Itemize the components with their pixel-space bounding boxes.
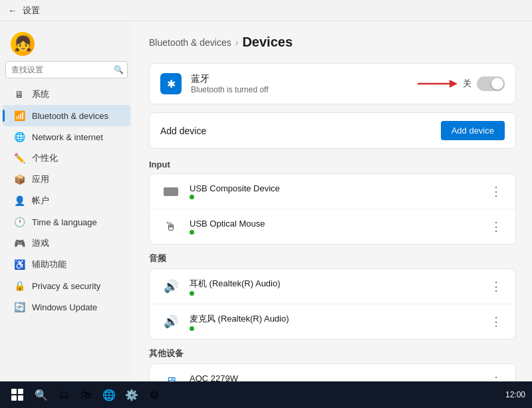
device-more-button[interactable]: ⋮ (487, 373, 505, 381)
sidebar-item-personalization[interactable]: ✏️个性化 (3, 148, 130, 169)
device-more-button[interactable]: ⋮ (487, 183, 505, 200)
start-button[interactable] (7, 384, 28, 405)
device-name: USB Composite Device (190, 183, 479, 193)
sidebar-icon-update: 🔄 (13, 301, 25, 313)
taskbar-settings-icon[interactable]: ⚙ (145, 385, 164, 404)
device-icon: 🖥 (160, 371, 182, 381)
sidebar-item-apps[interactable]: 📦应用 (3, 169, 130, 190)
sidebar-item-bluetooth[interactable]: 📶Bluetooth & devices (3, 105, 130, 126)
device-icon: 🔊 (160, 311, 182, 332)
device-item: 🔊麦克风 (Realtek(R) Audio)⋮ (150, 304, 515, 339)
bluetooth-arrow-indicator: 关 (418, 76, 505, 91)
device-more-button[interactable]: ⋮ (487, 218, 505, 235)
bluetooth-name: 蓝牙 (191, 73, 408, 85)
sidebar-label-system: 系统 (32, 88, 49, 100)
device-more-button[interactable]: ⋮ (487, 278, 505, 295)
taskbar-chrome-icon[interactable]: ⚙️ (122, 385, 141, 404)
bluetooth-icon: ✱ (160, 73, 182, 94)
search-icon: 🔍 (114, 65, 124, 74)
search-box: 🔍 (5, 61, 128, 78)
sidebar-item-gaming[interactable]: 🎮游戏 (3, 233, 130, 254)
device-name: 麦克风 (Realtek(R) Audio) (190, 313, 479, 325)
sidebar-label-time: Time & language (32, 217, 97, 227)
device-connected-dot (190, 291, 194, 296)
device-info: 耳机 (Realtek(R) Audio) (190, 278, 479, 296)
audio-section-title: 音频 (149, 253, 516, 264)
sidebar-item-system[interactable]: 🖥系统 (3, 84, 130, 105)
add-device-row: Add device Add device (149, 112, 516, 149)
bluetooth-status: Bluetooth is turned off (191, 85, 408, 94)
device-item: 🔊耳机 (Realtek(R) Audio)⋮ (150, 269, 515, 304)
page-title: Devices (242, 35, 293, 50)
svg-marker-1 (450, 80, 458, 88)
sidebar-icon-gaming: 🎮 (13, 237, 25, 249)
sidebar-label-update: Windows Update (32, 302, 97, 312)
device-info: 麦克风 (Realtek(R) Audio) (190, 313, 479, 331)
breadcrumb-separator: › (235, 37, 239, 48)
sidebar-item-privacy[interactable]: 🔒Privacy & security (3, 275, 130, 296)
device-name: 耳机 (Realtek(R) Audio) (190, 278, 479, 290)
device-info: USB Composite Device (190, 183, 479, 199)
device-name: AOC 2279W (190, 373, 479, 381)
taskbar: 🔍 🗂 🛍 🌐 ⚙️ ⚙ 12:00 (0, 381, 532, 408)
search-input[interactable] (5, 61, 128, 78)
clock: 12:00 (505, 390, 525, 399)
device-icon (160, 181, 182, 202)
toggle-off-label: 关 (463, 78, 471, 90)
sidebar-icon-bluetooth: 📶 (13, 110, 25, 122)
page-header: Bluetooth & devices › Devices (149, 35, 516, 50)
device-item: USB Composite Device⋮ (150, 174, 515, 209)
device-info: AOC 2279W (190, 373, 479, 381)
sidebar: 👧 🔍 🖥系统📶Bluetooth & devices🌐Network & in… (0, 21, 133, 381)
bluetooth-row: ✱ 蓝牙 Bluetooth is turned off 关 (150, 64, 515, 104)
taskbar-store-icon[interactable]: 🛍 (77, 385, 96, 404)
sidebar-item-accounts[interactable]: 👤帐户 (3, 190, 130, 211)
device-icon: 🔊 (160, 276, 182, 297)
sidebar-icon-system: 🖥 (13, 88, 25, 100)
active-indicator (3, 110, 5, 122)
sidebar-label-accessibility: 辅助功能 (32, 258, 66, 270)
sidebar-item-time[interactable]: 🕐Time & language (3, 211, 130, 233)
breadcrumb-link[interactable]: Bluetooth & devices (149, 37, 231, 48)
device-more-button[interactable]: ⋮ (487, 313, 505, 330)
sidebar-icon-accessibility: ♿ (13, 258, 25, 270)
red-arrow-icon (418, 77, 458, 90)
sidebar-icon-privacy: 🔒 (13, 280, 25, 292)
device-item: 🖥AOC 2279W⋮ (150, 364, 515, 381)
bluetooth-info: 蓝牙 Bluetooth is turned off (191, 73, 408, 94)
sidebar-item-accessibility[interactable]: ♿辅助功能 (3, 254, 130, 275)
sidebar-icon-personalization: ✏️ (13, 152, 25, 164)
device-info: USB Optical Mouse (190, 219, 479, 235)
input-devices-card: USB Composite Device⋮🖱USB Optical Mouse⋮ (149, 173, 516, 245)
device-connected-dot (190, 230, 194, 235)
sidebar-icon-apps: 📦 (13, 173, 25, 185)
audio-section: 音频 🔊耳机 (Realtek(R) Audio)⋮🔊麦克风 (Realtek(… (149, 253, 516, 340)
taskbar-search-icon[interactable]: 🔍 (32, 385, 51, 404)
sidebar-item-network[interactable]: 🌐Network & internet (3, 126, 130, 148)
back-icon[interactable]: ← (8, 5, 17, 16)
sidebar-icon-accounts: 👤 (13, 195, 25, 207)
bluetooth-card: ✱ 蓝牙 Bluetooth is turned off 关 (149, 63, 516, 104)
add-device-label: Add device (160, 126, 206, 136)
other-section-title: 其他设备 (149, 348, 516, 359)
sidebar-label-personalization: 个性化 (32, 152, 58, 164)
sidebar-label-apps: 应用 (32, 173, 49, 185)
device-item: 🖱USB Optical Mouse⋮ (150, 209, 515, 244)
sidebar-item-update[interactable]: 🔄Windows Update (3, 296, 130, 318)
sidebar-label-privacy: Privacy & security (32, 281, 100, 291)
input-section: Input USB Composite Device⋮🖱USB Optical … (149, 159, 516, 245)
toggle-knob (491, 78, 503, 90)
sidebar-label-gaming: 游戏 (32, 237, 49, 249)
taskbar-edge-icon[interactable]: 🌐 (100, 385, 118, 404)
sidebar-icon-network: 🌐 (13, 131, 25, 143)
add-device-button[interactable]: Add device (441, 121, 505, 140)
sidebar-label-bluetooth: Bluetooth & devices (32, 111, 108, 121)
device-icon: 🖱 (160, 216, 182, 237)
taskbar-file-icon[interactable]: 🗂 (55, 385, 73, 404)
sidebar-label-network: Network & internet (32, 132, 103, 142)
sidebar-icon-time: 🕐 (13, 216, 25, 228)
user-avatar: 👧 (11, 32, 35, 56)
other-section: 其他设备 🖥AOC 2279W⋮💻LU-PC: lu:未连接⋮💾WDC WD10… (149, 348, 516, 381)
bluetooth-toggle[interactable] (477, 76, 505, 91)
sidebar-label-accounts: 帐户 (32, 195, 49, 207)
